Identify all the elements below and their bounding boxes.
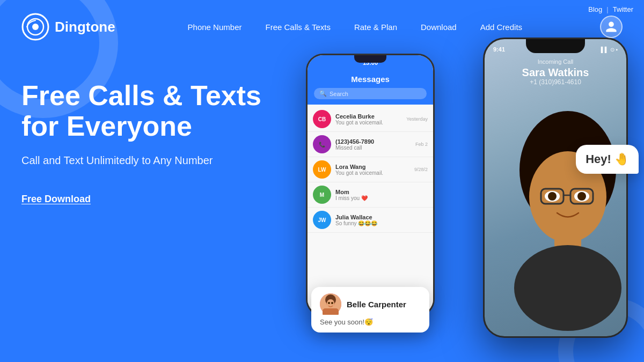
msg-time-0: Yesterday xyxy=(406,116,428,122)
msg-text-0: You got a voicemail. xyxy=(335,120,402,125)
iphone-screen: 9:41 ▌▌ ⊙ ▪ Incoming Call Sara Watkins +… xyxy=(485,39,626,336)
belle-avatar-face xyxy=(320,293,341,315)
nav-item-add-credits[interactable]: Add Credits xyxy=(469,18,534,36)
msg-text-2: You got a voicemail. xyxy=(335,170,410,176)
msg-name-2: Lora Wang xyxy=(335,164,410,170)
android-messages-list: CB Cecelia Burke You got a voicemail. Ye… xyxy=(308,105,433,315)
msg-time-2: 9/28/2 xyxy=(414,167,428,172)
msg-name-1: (123)456-7890 xyxy=(335,138,411,145)
logo-text: Dingtone xyxy=(55,19,115,35)
nav-item-free-calls-texts[interactable]: Free Calls & Texts xyxy=(253,18,342,36)
main-nav: Phone Number Free Calls & Texts Rate & P… xyxy=(176,18,534,36)
belle-name: Belle Carpenter xyxy=(347,300,406,309)
msg-text-3: I miss you ❤️ xyxy=(335,195,423,201)
msg-item-2: LW Lora Wang You got a voicemail. 9/28/2 xyxy=(308,157,433,182)
svg-point-18 xyxy=(328,302,330,304)
belle-message: See you soon!😴 xyxy=(320,318,421,326)
android-header-title: Messages xyxy=(314,75,427,84)
android-notch xyxy=(354,55,386,63)
msg-avatar-2: LW xyxy=(313,160,331,179)
msg-text-4: So funny 😂😂😂 xyxy=(335,220,423,226)
msg-content-3: Mom I miss you ❤️ xyxy=(335,189,423,201)
android-screen: 13:00 Messages 🔍 Search CB Cecelia Burke… xyxy=(308,55,433,315)
dingtone-logo-icon xyxy=(21,13,49,41)
msg-item-1: 📞 (123)456-7890 Missed call Feb 2 xyxy=(308,132,433,157)
msg-item-3: M Mom I miss you ❤️ xyxy=(308,182,433,208)
msg-content-0: Cecelia Burke You got a voicemail. xyxy=(335,113,402,125)
msg-item-4: JW Julia Wallace So funny 😂😂😂 xyxy=(308,208,433,233)
svg-point-5 xyxy=(514,245,621,331)
hero-subtitle: Call and Text Unlimitedly to Any Number xyxy=(21,154,279,167)
msg-time-1: Feb 2 xyxy=(415,142,428,147)
logo[interactable]: Dingtone xyxy=(21,13,115,41)
belle-avatar xyxy=(320,293,341,315)
belle-bubble-header: Belle Carpenter xyxy=(320,293,421,315)
msg-content-1: (123)456-7890 Missed call xyxy=(335,138,411,151)
phone-iphone: 9:41 ▌▌ ⊙ ▪ Incoming Call Sara Watkins +… xyxy=(483,38,628,338)
msg-name-0: Cecelia Burke xyxy=(335,113,402,120)
msg-avatar-4: JW xyxy=(313,211,331,229)
hey-bubble: Hey! 🤚 xyxy=(576,145,639,174)
incoming-call-label: Incoming Call xyxy=(492,58,619,65)
hero-section: Free Calls & Texts for Everyone Call and… xyxy=(0,54,644,362)
user-avatar[interactable] xyxy=(600,16,623,38)
hero-title: Free Calls & Texts for Everyone xyxy=(21,80,279,142)
msg-text-1: Missed call xyxy=(335,145,411,151)
hero-title-line1: Free Calls & Texts xyxy=(21,80,261,111)
incoming-call-card: Incoming Call Sara Watkins +1 (310)961-4… xyxy=(485,58,626,86)
face-silhouette xyxy=(506,106,626,336)
nav-item-phone-number[interactable]: Phone Number xyxy=(176,18,254,36)
msg-content-4: Julia Wallace So funny 😂😂😂 xyxy=(335,214,423,226)
svg-point-2 xyxy=(32,24,39,30)
msg-avatar-3: M xyxy=(313,186,331,204)
nav-item-rate-plan[interactable]: Rate & Plan xyxy=(342,18,409,36)
user-icon xyxy=(605,20,618,33)
msg-avatar-0: CB xyxy=(313,110,331,128)
search-icon: 🔍 xyxy=(319,90,327,97)
hero-title-line2: for Everyone xyxy=(21,110,192,142)
iphone-background: 9:41 ▌▌ ⊙ ▪ Incoming Call Sara Watkins +… xyxy=(485,39,626,336)
svg-point-12 xyxy=(548,192,557,201)
phones-area: 13:00 Messages 🔍 Search CB Cecelia Burke… xyxy=(279,38,644,362)
hey-bubble-text: Hey! 🤚 xyxy=(586,152,629,166)
hero-download-link[interactable]: Free Download xyxy=(21,194,91,204)
hero-left: Free Calls & Texts for Everyone Call and… xyxy=(21,70,279,205)
msg-name-3: Mom xyxy=(335,189,423,195)
android-search-placeholder: Search xyxy=(330,91,348,97)
svg-point-13 xyxy=(577,192,586,201)
phone-android: 13:00 Messages 🔍 Search CB Cecelia Burke… xyxy=(306,54,435,316)
incoming-caller-number: +1 (310)961-4610 xyxy=(492,78,619,86)
msg-name-4: Julia Wallace xyxy=(335,214,423,220)
belle-carpenter-bubble: Belle Carpenter See you soon!😴 xyxy=(311,287,429,333)
header: Dingtone Phone Number Free Calls & Texts… xyxy=(0,0,644,54)
incoming-caller-name: Sara Watkins xyxy=(492,67,619,78)
msg-content-2: Lora Wang You got a voicemail. xyxy=(335,164,410,176)
msg-item-0: CB Cecelia Burke You got a voicemail. Ye… xyxy=(308,107,433,132)
android-search-bar[interactable]: 🔍 Search xyxy=(314,88,427,99)
svg-rect-20 xyxy=(323,308,339,315)
android-header: Messages 🔍 Search xyxy=(308,70,433,105)
msg-avatar-1: 📞 xyxy=(313,135,331,153)
nav-item-download[interactable]: Download xyxy=(409,18,469,36)
svg-point-19 xyxy=(331,302,333,304)
